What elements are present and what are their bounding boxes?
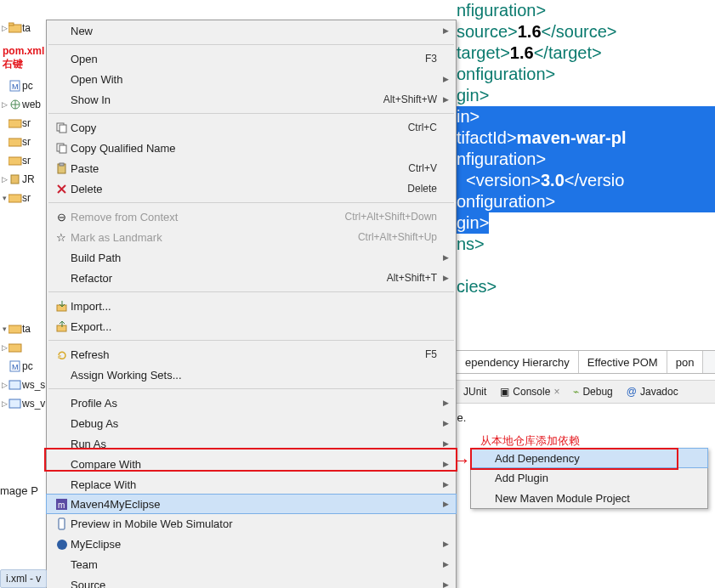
menu-delete[interactable]: DeleteDelete xyxy=(47,178,456,199)
mobile-icon xyxy=(52,517,71,530)
menu-label: Delete xyxy=(71,183,407,195)
menu-label: Open xyxy=(71,53,425,65)
code-tag: </source> xyxy=(542,22,617,41)
landmark-icon: ☆ xyxy=(52,231,71,244)
menu-assign-working-sets[interactable]: Assign Working Sets... xyxy=(47,365,456,385)
code-line: nfiguration> xyxy=(457,150,546,168)
menu-open-with[interactable]: Open With▶ xyxy=(47,69,456,89)
menu-accel: Ctrl+Alt+Shift+Down xyxy=(345,211,437,223)
menu-profile-as[interactable]: Profile As▶ xyxy=(47,393,456,413)
code-text: 1.6 xyxy=(510,43,534,62)
menu-debug-as[interactable]: Debug As▶ xyxy=(47,413,456,433)
menu-label: Assign Working Sets... xyxy=(71,369,437,382)
view-label: Console xyxy=(513,386,550,398)
menu-maven4myeclipse[interactable]: mMaven4MyEclipse▶ xyxy=(46,494,457,514)
maven-icon: m xyxy=(52,498,71,511)
view-junit[interactable]: JUnit xyxy=(457,386,493,398)
menu-run-as[interactable]: Run As▶ xyxy=(47,433,456,454)
menu-show-in[interactable]: Show InAlt+Shift+W▶ xyxy=(47,89,456,110)
refresh-icon xyxy=(52,348,71,361)
view-console[interactable]: ▣Console× xyxy=(493,386,566,398)
tree-label: sr xyxy=(22,136,31,148)
tree-label: sr xyxy=(22,117,31,129)
console-icon: ▣ xyxy=(500,386,509,398)
folder-icon xyxy=(9,155,22,167)
code-text: 1.6 xyxy=(518,22,542,41)
menu-mark-landmark: ☆Mark as LandmarkCtrl+Alt+Shift+Up xyxy=(47,227,456,247)
menu-source[interactable]: Source▶ xyxy=(47,574,456,588)
submenu-arrow-icon: ▶ xyxy=(443,460,449,468)
annotation-submenu-text: 从本地仓库添加依赖 xyxy=(480,433,580,449)
tree-label: sr xyxy=(22,155,31,167)
tab-pom[interactable]: pon xyxy=(667,351,704,373)
menu-open[interactable]: OpenF3 xyxy=(47,48,456,69)
menu-label: Run As xyxy=(71,438,437,450)
submenu-arrow-icon: ▶ xyxy=(443,26,449,35)
view-debug[interactable]: ⌁Debug xyxy=(566,386,619,398)
folder-icon xyxy=(9,192,22,204)
delete-icon xyxy=(52,183,71,195)
menu-team[interactable]: Team▶ xyxy=(47,554,456,574)
menu-new[interactable]: New▶ xyxy=(47,20,456,41)
menu-paste[interactable]: PasteCtrl+V xyxy=(47,158,456,178)
tab-label: Effective POM xyxy=(587,356,658,369)
folder-icon xyxy=(9,323,22,335)
code-line: nfiguration> xyxy=(457,1,546,20)
svg-rect-5 xyxy=(9,120,21,127)
tree-label: JR xyxy=(22,173,35,185)
close-icon[interactable]: × xyxy=(553,386,559,398)
menu-refresh[interactable]: RefreshF5 xyxy=(47,344,456,365)
code-editor[interactable]: nfiguration> source>1.6</source> target>… xyxy=(457,0,715,348)
svg-rect-6 xyxy=(9,139,21,146)
tree-label: web xyxy=(22,99,41,110)
separator xyxy=(48,388,454,389)
view-label: Debug xyxy=(582,386,612,398)
submenu-arrow-icon: ▶ xyxy=(443,274,449,282)
menu-accel: Ctrl+C xyxy=(408,122,437,133)
menu-replace-with[interactable]: Replace With▶ xyxy=(47,474,456,495)
tree-label: pc xyxy=(22,80,33,92)
menu-build-path[interactable]: Build Path▶ xyxy=(47,247,456,268)
debug-icon: ⌁ xyxy=(573,386,579,398)
code-line: gin> xyxy=(457,213,489,232)
tab-effective-pom[interactable]: Effective POM xyxy=(579,351,667,373)
svg-rect-21 xyxy=(60,163,64,166)
submenu-arrow-icon: ▶ xyxy=(443,500,449,508)
copy-icon xyxy=(52,122,71,134)
menu-import[interactable]: Import... xyxy=(47,296,456,316)
menu-copy[interactable]: CopyCtrl+C xyxy=(47,117,456,138)
menu-myeclipse[interactable]: MyEclipse▶ xyxy=(47,534,456,554)
submenu-new-maven-module[interactable]: New Maven Module Project xyxy=(471,488,707,508)
view-javadoc[interactable]: @Javadoc xyxy=(620,386,685,398)
menu-compare-with[interactable]: Compare With▶ xyxy=(47,454,456,474)
svg-rect-15 xyxy=(9,399,20,408)
menu-accel: Ctrl+V xyxy=(408,162,437,174)
views-bar: JUnit ▣Console× ⌁Debug @Javadoc xyxy=(457,380,715,404)
folder-icon xyxy=(9,22,22,34)
menu-label: Paste xyxy=(71,162,408,175)
annotation-highlight-box xyxy=(470,448,678,470)
separator xyxy=(48,340,454,341)
menu-label: Replace With xyxy=(71,478,437,491)
menu-label: Open With xyxy=(71,73,437,86)
import-icon xyxy=(52,300,71,313)
view-label: JUnit xyxy=(463,386,486,398)
menu-copy-qualified-name[interactable]: Copy Qualified Name xyxy=(47,138,456,158)
file-icon: M xyxy=(9,80,22,92)
web-icon xyxy=(9,99,22,110)
submenu-add-plugin[interactable]: Add Plugin xyxy=(471,467,707,488)
menu-preview-mobile[interactable]: Preview in Mobile Web Simulator xyxy=(47,513,456,534)
submenu-arrow-icon: ▶ xyxy=(443,95,449,104)
svg-rect-26 xyxy=(59,518,65,529)
menu-label: Refactor xyxy=(71,272,387,285)
svg-rect-8 xyxy=(11,175,19,184)
menu-refactor[interactable]: RefactorAlt+Shift+T▶ xyxy=(47,268,456,288)
project-icon xyxy=(9,398,22,410)
tab-dep-hierarchy[interactable]: ependency Hierarchy xyxy=(457,351,579,373)
tab-label: ependency Hierarchy xyxy=(465,356,570,369)
menu-accel: Alt+Shift+W xyxy=(383,93,437,105)
code-line: gin> xyxy=(457,86,489,105)
project-explorer[interactable]: ▷ta pom.xml右键 Mpc ▷web sr sr sr ▷JR ▾sr … xyxy=(0,0,46,588)
menu-export[interactable]: Export... xyxy=(47,316,456,336)
context-menu: New▶ OpenF3 Open With▶ Show InAlt+Shift+… xyxy=(46,20,457,588)
